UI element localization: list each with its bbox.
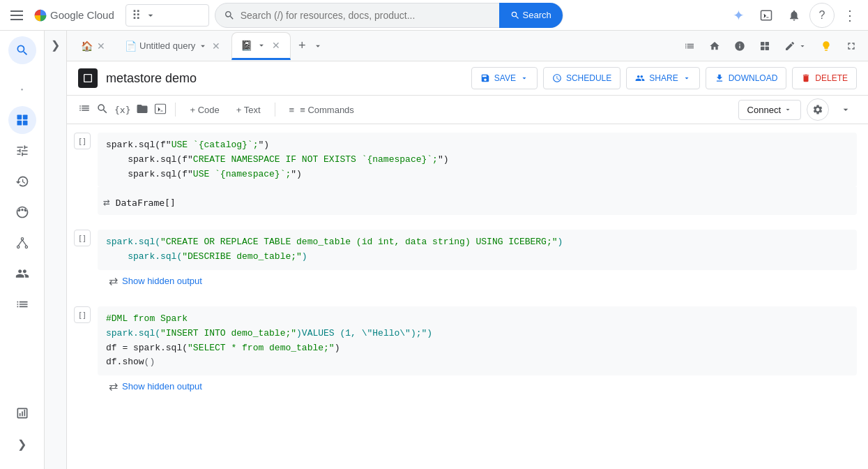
- commands-button[interactable]: ≡ ≡ Commands: [284, 102, 360, 118]
- search-toolbar-icon[interactable]: [96, 103, 109, 117]
- edit-button[interactable]: [779, 38, 812, 54]
- list-view-button[interactable]: [678, 38, 701, 54]
- home-tab-icon[interactable]: [703, 38, 726, 54]
- tab-close-notebook[interactable]: ✕: [271, 40, 282, 51]
- more-options-button[interactable]: ⋮: [837, 3, 862, 28]
- svg-point-10: [25, 246, 27, 248]
- add-text-button[interactable]: + Text: [231, 102, 266, 118]
- nav-search-icon[interactable]: [8, 36, 36, 64]
- delete-button[interactable]: DELETE: [792, 67, 857, 89]
- connect-button[interactable]: Connect: [738, 100, 801, 120]
- svg-rect-3: [761, 10, 772, 20]
- tab-notebook[interactable]: 📓 ✕: [231, 32, 291, 60]
- add-code-label: + Code: [190, 105, 219, 115]
- notebook-tab-dropdown-icon[interactable]: [257, 40, 266, 50]
- panel-toggle-icon[interactable]: ❯: [47, 36, 64, 53]
- svg-rect-14: [766, 42, 769, 45]
- toolbar-separator: [175, 103, 176, 117]
- project-selector[interactable]: ⠿: [125, 4, 209, 27]
- cell-3-body: #DML from Spark spark.sql("INSERT INTO d…: [98, 306, 857, 397]
- tab-close-query[interactable]: ✕: [211, 40, 222, 52]
- help-button[interactable]: ?: [809, 3, 835, 28]
- info-button[interactable]: [729, 38, 751, 54]
- svg-rect-13: [761, 42, 764, 45]
- top-icons: ✦ ? ⋮: [726, 3, 862, 28]
- grid-view-button[interactable]: [754, 38, 776, 54]
- share-label: SHARE: [649, 73, 678, 83]
- bulb-button[interactable]: [815, 38, 837, 54]
- left-nav: ● ❯: [0, 31, 45, 469]
- cell-1-run-button[interactable]: [ ]: [74, 133, 91, 149]
- svg-rect-5: [22, 115, 27, 120]
- top-bar: Google Cloud ⠿ Search ✦ ? ⋮: [0, 0, 868, 31]
- toolbar: {x} + Code + Text ≡ ≡ Commands Connect: [67, 96, 868, 124]
- expand-button[interactable]: [835, 98, 857, 121]
- code-vars-icon[interactable]: {x}: [114, 105, 130, 115]
- cell-3-controls: [ ]: [73, 306, 92, 397]
- side-panel: ❯: [45, 31, 67, 469]
- svg-rect-4: [17, 115, 22, 120]
- settings-button[interactable]: [807, 98, 829, 121]
- notebook-actions: SAVE SCHEDULE SHARE DOWNLOAD: [471, 67, 857, 89]
- cell-3-code[interactable]: #DML from Spark spark.sql("INSERT INTO d…: [98, 306, 857, 375]
- schedule-button[interactable]: SCHEDULE: [543, 67, 620, 89]
- svg-rect-17: [155, 104, 166, 114]
- tab-close-home[interactable]: ✕: [96, 40, 107, 52]
- add-tab-button[interactable]: +: [292, 36, 312, 56]
- nav-list-icon[interactable]: [8, 290, 36, 318]
- tab-more-icon[interactable]: [313, 41, 323, 51]
- cell-2-body: spark.sql("CREATE OR REPLACE TABLE demo_…: [98, 230, 857, 292]
- svg-rect-1: [10, 15, 23, 16]
- notebook-content: [ ] spark.sql(f"USE `{catalog}`;") spark…: [67, 124, 868, 469]
- svg-point-9: [17, 246, 19, 248]
- svg-rect-15: [761, 46, 764, 50]
- schedule-label: SCHEDULE: [566, 73, 611, 83]
- nav-data-icon[interactable]: [8, 399, 36, 427]
- cell-3: [ ] #DML from Spark spark.sql("INSERT IN…: [67, 298, 868, 401]
- nav-pipeline-icon[interactable]: [8, 229, 36, 257]
- cell-1-code[interactable]: spark.sql(f"USE `{catalog}`;") spark.sql…: [98, 133, 857, 187]
- cell-3-show-hidden[interactable]: ⇄ Show hidden output: [98, 375, 857, 397]
- svg-rect-7: [22, 121, 27, 126]
- commands-label: ≡: [289, 105, 295, 115]
- tab-right-actions: [678, 38, 862, 54]
- nav-dashboard-icon[interactable]: [8, 106, 36, 134]
- tab-untitled-query-label: Untitled query: [139, 40, 195, 51]
- save-label: SAVE: [494, 73, 516, 83]
- save-button[interactable]: SAVE: [471, 67, 538, 89]
- search-input[interactable]: [241, 10, 494, 21]
- search-button[interactable]: Search: [499, 3, 563, 28]
- show-hidden-1-label: Show hidden output: [122, 276, 202, 286]
- nav-dot-icon[interactable]: ●: [8, 75, 36, 103]
- terminal-toolbar-icon[interactable]: [154, 103, 167, 117]
- download-label: DOWNLOAD: [729, 73, 778, 83]
- cell-3-run-button[interactable]: [ ]: [74, 306, 91, 323]
- search-btn-label: Search: [523, 10, 551, 20]
- tab-untitled-query[interactable]: 📄 Untitled query ✕: [116, 32, 230, 60]
- add-text-label: + Text: [236, 105, 261, 115]
- connect-label: Connect: [747, 105, 781, 115]
- nav-sliders-icon[interactable]: [8, 137, 36, 165]
- list-icon[interactable]: [78, 102, 91, 117]
- cell-2-code[interactable]: spark.sql("CREATE OR REPLACE TABLE demo_…: [98, 230, 857, 270]
- nav-scissors-icon[interactable]: [8, 198, 36, 226]
- nav-people-icon[interactable]: [8, 260, 36, 288]
- svg-rect-2: [10, 19, 23, 20]
- download-button[interactable]: DOWNLOAD: [706, 67, 787, 89]
- tab-dropdown-icon[interactable]: [198, 41, 208, 51]
- nav-expand-icon[interactable]: ❯: [8, 430, 36, 458]
- share-button[interactable]: SHARE: [626, 67, 699, 89]
- hamburger-icon[interactable]: [6, 4, 28, 27]
- folder-icon[interactable]: [136, 103, 149, 117]
- cell-2-show-hidden[interactable]: ⇄ Show hidden output: [98, 270, 857, 292]
- terminal-button[interactable]: [754, 3, 779, 28]
- cell-2-run-button[interactable]: [ ]: [74, 230, 91, 246]
- gem-button[interactable]: ✦: [726, 3, 751, 28]
- nav-history-icon[interactable]: [8, 168, 36, 195]
- notification-button[interactable]: [782, 3, 807, 28]
- tab-home[interactable]: 🏠 ✕: [73, 32, 115, 60]
- cell-2-controls: [ ]: [73, 230, 92, 292]
- fullscreen-button[interactable]: [840, 38, 862, 54]
- add-code-button[interactable]: + Code: [184, 102, 224, 118]
- query-icon: 📄: [125, 40, 137, 52]
